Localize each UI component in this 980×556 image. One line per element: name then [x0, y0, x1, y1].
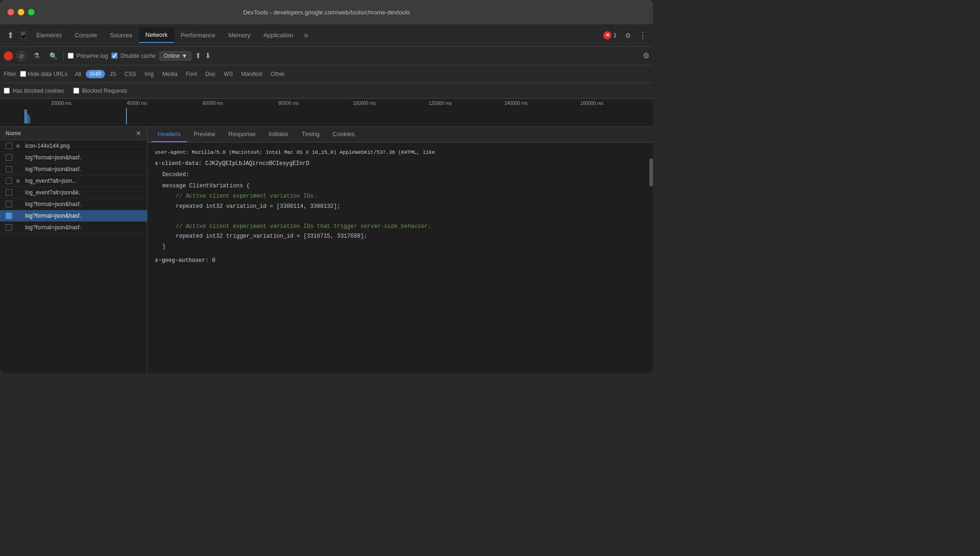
tab-sources[interactable]: Sources	[104, 28, 139, 42]
clear-button[interactable]: ⊘	[17, 51, 26, 61]
filter-type-doc[interactable]: Doc	[202, 70, 219, 78]
tab-response[interactable]: Response	[222, 127, 262, 142]
file-checkbox-0[interactable]	[6, 143, 12, 149]
hide-data-urls-checkbox[interactable]: Hide data URLs	[20, 71, 68, 77]
scrollbar-thumb[interactable]	[649, 158, 653, 186]
file-item-3[interactable]: ⚙ log_event?alt=json...	[0, 175, 147, 187]
tab-elements[interactable]: Elements	[30, 28, 68, 42]
filter-button[interactable]: ⚗	[30, 49, 43, 62]
device-toolbar-button[interactable]: 📱	[17, 29, 30, 42]
headers-content: user-agent: Mozilla/5.0 (Macintosh; Inte…	[147, 143, 653, 373]
filter-type-ws[interactable]: WS	[220, 70, 236, 78]
file-item-4[interactable]: log_event?alt=json&k.	[0, 187, 147, 199]
filter-types: All XHR JS CSS Img Media Font Doc WS Man…	[71, 70, 288, 78]
settings-gear-button[interactable]: ⚙	[621, 29, 634, 42]
upload-icon[interactable]: ⬆	[195, 51, 201, 60]
throttle-selector[interactable]: Online ▼	[160, 51, 192, 61]
more-options-button[interactable]: ⋮	[636, 29, 649, 42]
file-checkbox-1[interactable]	[6, 154, 12, 161]
file-checkbox-7[interactable]	[6, 224, 12, 231]
preserve-log-input[interactable]	[68, 53, 74, 59]
code-comment-1: // Active client experiment variation ID…	[162, 222, 646, 232]
has-blocked-cookies-checkbox[interactable]: Has blocked cookies	[4, 88, 64, 94]
error-count: 1	[613, 32, 617, 39]
timeline: 20000 ms 40000 ms 60000 ms 80000 ms 1000…	[0, 99, 653, 127]
file-name-7: log?format=json&hasf.	[25, 224, 81, 231]
divider	[63, 51, 64, 61]
blocked-bar: Has blocked cookies Blocked Requests	[0, 83, 653, 99]
close-panel-button[interactable]: ✕	[136, 130, 141, 137]
user-agent-key: user-agent:	[155, 150, 189, 155]
code-comment-0: // Active client experiment variation ID…	[162, 192, 646, 202]
file-item-1[interactable]: log?format=json&hasf.	[0, 152, 147, 164]
file-list-header-name: Name	[6, 130, 21, 137]
file-list: Name ✕ ⚙ icon-144x144.png log?format=jso…	[0, 127, 147, 373]
blocked-requests-input[interactable]	[73, 88, 79, 94]
filter-type-other[interactable]: Other	[267, 70, 289, 78]
user-agent-row: user-agent: Mozilla/5.0 (Macintosh; Inte…	[155, 148, 646, 157]
upload-download-icons: ⬆ ⬇	[195, 51, 211, 60]
file-name-5: log?format=json&hasf.	[25, 201, 81, 207]
tab-network[interactable]: Network	[139, 27, 174, 43]
hide-data-urls-input[interactable]	[20, 71, 26, 77]
filter-type-img[interactable]: Img	[141, 70, 158, 78]
filter-type-js[interactable]: JS	[106, 70, 120, 78]
file-checkbox-6[interactable]	[6, 213, 12, 219]
minimize-button[interactable]	[18, 9, 24, 15]
file-item-0[interactable]: ⚙ icon-144x144.png	[0, 140, 147, 152]
more-tabs-button[interactable]: »	[299, 29, 313, 42]
download-icon[interactable]: ⬇	[205, 51, 211, 60]
timeline-graph[interactable]	[23, 108, 653, 124]
tab-application[interactable]: Application	[257, 28, 300, 42]
user-agent-value: Mozilla/5.0 (Macintosh; Intel Mac OS X 1…	[192, 150, 435, 155]
tab-memory[interactable]: Memory	[222, 28, 257, 42]
tab-console[interactable]: Console	[68, 28, 104, 42]
file-checkbox-4[interactable]	[6, 189, 12, 196]
filter-type-css[interactable]: CSS	[121, 70, 140, 78]
detail-tabs: Headers Preview Response Initiator Timin…	[147, 127, 653, 143]
x-goog-authuser-key: x-goog-authuser:	[155, 257, 209, 264]
filter-label: Filter	[4, 71, 16, 77]
decoded-text: Decoded:	[162, 172, 189, 178]
filter-type-media[interactable]: Media	[159, 70, 181, 78]
disable-cache-checkbox[interactable]: Disable cache	[111, 53, 155, 59]
record-button[interactable]	[4, 51, 13, 61]
maximize-button[interactable]	[28, 9, 35, 15]
hide-data-urls-label: Hide data URLs	[28, 71, 68, 77]
file-item-6[interactable]: log?format=json&hasf.	[0, 210, 147, 222]
code-line-1: repeated int32 variation_id = [3300114, …	[162, 202, 646, 212]
file-checkbox-3[interactable]	[6, 178, 12, 184]
disable-cache-input[interactable]	[111, 53, 118, 59]
filter-type-manifest[interactable]: Manifest	[237, 70, 266, 78]
blocked-requests-checkbox[interactable]: Blocked Requests	[73, 88, 127, 94]
file-item-7[interactable]: log?format=json&hasf.	[0, 222, 147, 233]
cursor-tool-button[interactable]: ⬆	[4, 29, 17, 42]
has-blocked-cookies-input[interactable]	[4, 88, 10, 94]
preserve-log-label: Preserve log	[76, 53, 108, 59]
tab-preview[interactable]: Preview	[187, 127, 222, 142]
tab-initiator[interactable]: Initiator	[262, 127, 295, 142]
x-goog-authuser-row: x-goog-authuser: 0	[155, 256, 646, 265]
close-button[interactable]	[7, 9, 14, 15]
x-client-data-value: CJK2yQEIpLbJAQirncoBCIesygEInrD	[205, 160, 309, 167]
main-content: Name ✕ ⚙ icon-144x144.png log?format=jso…	[0, 127, 653, 373]
blocked-requests-label: Blocked Requests	[82, 88, 127, 94]
file-checkbox-5[interactable]	[6, 201, 12, 207]
tab-cookies[interactable]: Cookies	[326, 127, 361, 142]
filter-type-all[interactable]: All	[71, 70, 84, 78]
network-settings-button[interactable]: ⚙	[643, 51, 649, 60]
tab-timing[interactable]: Timing	[295, 127, 327, 142]
traffic-lights	[7, 9, 35, 15]
file-item-2[interactable]: log?format=json&hasf.	[0, 164, 147, 175]
error-badge[interactable]: ✕ 1	[600, 30, 619, 41]
file-item-5[interactable]: log?format=json&hasf.	[0, 199, 147, 210]
tab-headers[interactable]: Headers	[151, 127, 187, 142]
timeline-label-0: 20000 ms	[23, 101, 99, 106]
search-button[interactable]: 🔍	[47, 49, 60, 62]
tab-performance[interactable]: Performance	[174, 28, 222, 42]
file-checkbox-2[interactable]	[6, 166, 12, 172]
network-toolbar: ⊘ ⚗ 🔍 Preserve log Disable cache Online …	[0, 47, 653, 65]
filter-type-font[interactable]: Font	[182, 70, 201, 78]
preserve-log-checkbox[interactable]: Preserve log	[68, 53, 108, 59]
filter-type-xhr[interactable]: XHR	[86, 70, 105, 78]
